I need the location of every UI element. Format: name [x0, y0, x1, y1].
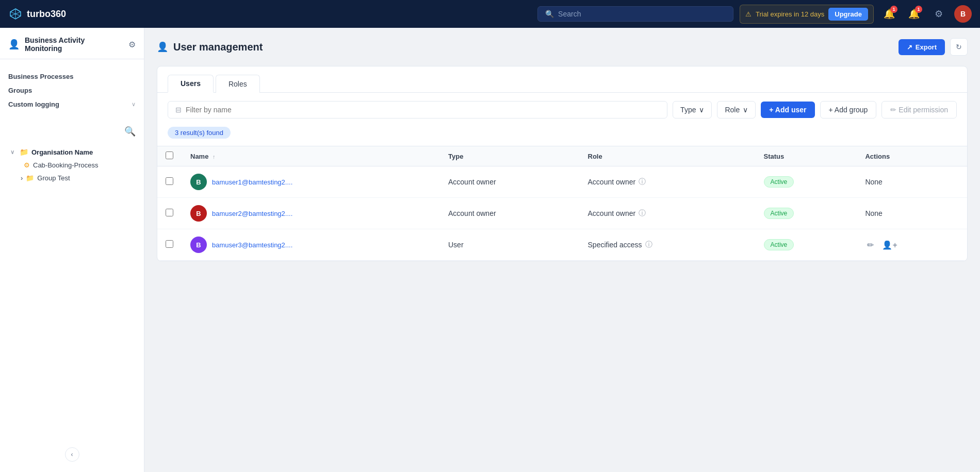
table-row: Bbamuser3@bamtesting2....UserSpecified a… [157, 229, 967, 261]
row-status-cell: Active [756, 198, 857, 229]
row-name-cell: Bbamuser1@bamtesting2.... [182, 166, 440, 198]
tab-roles[interactable]: Roles [216, 75, 260, 93]
refresh-button[interactable]: ↻ [950, 38, 968, 56]
sidebar-item-label-bp: Business Processes [8, 73, 73, 80]
sidebar-item-label-cl: Custom logging [8, 100, 59, 108]
row-checkbox-2[interactable] [166, 240, 173, 248]
user-email-link[interactable]: bamuser2@bamtesting2.... [212, 210, 292, 217]
chevron-down-icon: ∨ [132, 101, 136, 108]
search-icon: 🔍 [545, 10, 554, 18]
avatar: B [190, 174, 207, 190]
row-actions-cell: None [857, 198, 967, 229]
row-checkbox-cell [157, 229, 182, 261]
row-actions-cell: None [857, 166, 967, 198]
trial-banner: ⚠ Trial expires in 12 days Upgrade [740, 5, 874, 24]
sidebar-search-button[interactable]: 🔍 [124, 126, 136, 137]
tab-users[interactable]: Users [168, 75, 214, 93]
info-icon[interactable]: ⓘ [639, 177, 646, 187]
settings-button[interactable]: ⚙ [929, 5, 948, 23]
row-role-cell: Account ownerⓘ [580, 166, 756, 198]
table-header: Name ↑ Type Role Status [157, 146, 967, 166]
role-dropdown[interactable]: Role ∨ [717, 101, 756, 119]
add-to-group-button[interactable]: 👤+ [880, 239, 899, 251]
search-bar: 🔍 Search [537, 6, 733, 22]
table-row: Bbamuser1@bamtesting2....Account ownerAc… [157, 166, 967, 198]
tree-item-org[interactable]: ∨ 📁 Organisation Name [8, 145, 136, 159]
expand-icon-org: ∨ [10, 149, 17, 156]
user-email-link[interactable]: bamuser1@bamtesting2.... [212, 178, 292, 186]
role-label: Account owner [588, 209, 636, 217]
row-status-cell: Active [756, 166, 857, 198]
row-checkbox-1[interactable] [166, 209, 173, 216]
folder-icon-gt: 📁 [26, 174, 34, 182]
main-layout: 👤 Business Activity Monitoring ⚙ Busines… [0, 28, 980, 472]
sort-icon: ↑ [213, 154, 216, 160]
row-status-cell: Active [756, 229, 857, 261]
alerts-button[interactable]: 🔔 1 [880, 5, 899, 23]
alert-badge: 1 [890, 6, 897, 13]
table-body: Bbamuser1@bamtesting2....Account ownerAc… [157, 166, 967, 261]
info-icon[interactable]: ⓘ [639, 209, 646, 218]
results-badge: 3 result(s) found [168, 127, 231, 139]
type-dropdown[interactable]: Type ∨ [673, 101, 712, 119]
toolbar: ⊟ Type ∨ Role ∨ + Add user + Add group ✏… [157, 93, 967, 127]
role-label: Role [725, 106, 740, 114]
export-button[interactable]: ↗ Export [899, 39, 945, 55]
tree-gt-label: Group Test [37, 174, 70, 182]
table-header-role: Role [580, 146, 756, 166]
role-chevron-icon: ∨ [743, 106, 748, 114]
sidebar-item-business-processes[interactable]: Business Processes [8, 70, 136, 83]
add-group-button[interactable]: + Add group [820, 101, 877, 119]
sidebar-header: 👤 Business Activity Monitoring ⚙ [0, 28, 144, 59]
info-icon[interactable]: ⓘ [645, 240, 652, 249]
role-label: Specified access [588, 241, 642, 249]
user-management-icon: 👤 [157, 41, 168, 53]
sidebar-nav: Business Processes Groups Custom logging… [0, 59, 144, 122]
card-tabs: Users Roles [157, 66, 967, 93]
user-email-link[interactable]: bamuser3@bamtesting2.... [212, 241, 292, 249]
table-header-type: Type [440, 146, 580, 166]
app-name: turbo360 [27, 9, 66, 20]
page-title: User management [173, 41, 263, 53]
user-avatar-button[interactable]: B [954, 5, 972, 23]
export-label: Export [916, 43, 937, 51]
row-checkbox-cell [157, 166, 182, 198]
sidebar-item-groups[interactable]: Groups [8, 83, 136, 97]
add-user-button[interactable]: + Add user [761, 102, 814, 118]
avatar: B [190, 237, 207, 253]
filter-by-name-input[interactable] [186, 106, 660, 114]
users-table-wrapper: Name ↑ Type Role Status [157, 146, 967, 261]
row-checkbox-cell [157, 198, 182, 229]
expand-icon-gt: › [21, 174, 23, 182]
row-role-cell: Account ownerⓘ [580, 198, 756, 229]
status-badge: Active [764, 176, 794, 188]
select-all-checkbox[interactable] [166, 151, 173, 159]
tree-item-cab-booking[interactable]: ⚙ Cab-Booking-Process [8, 159, 136, 172]
warning-icon: ⚠ [745, 10, 752, 18]
table-header-name[interactable]: Name ↑ [182, 146, 440, 166]
edit-user-button[interactable]: ✏ [865, 239, 876, 251]
row-checkbox-0[interactable] [166, 177, 173, 185]
folder-icon-org: 📁 [20, 148, 28, 156]
row-type-cell: Account owner [440, 166, 580, 198]
process-icon-cb: ⚙ [24, 161, 30, 169]
sidebar-item-custom-logging[interactable]: Custom logging ∨ [8, 97, 136, 111]
tree-item-group-test[interactable]: › 📁 Group Test [8, 172, 136, 184]
sidebar-nav-section: Business Processes Groups Custom logging… [0, 65, 144, 115]
tree-org-label: Organisation Name [31, 148, 93, 156]
sidebar-settings-button[interactable]: ⚙ [128, 40, 136, 49]
upgrade-button[interactable]: Upgrade [828, 8, 868, 21]
search-placeholder: Search [558, 10, 581, 18]
status-badge: Active [764, 208, 794, 219]
sidebar-title: Business Activity Monitoring [25, 36, 123, 53]
tree-cb-label: Cab-Booking-Process [33, 161, 98, 169]
user-management-card: Users Roles ⊟ Type ∨ Role ∨ + Add user [157, 66, 968, 261]
row-role-cell: Specified accessⓘ [580, 229, 756, 261]
role-label: Account owner [588, 178, 636, 186]
notifications-button[interactable]: 🔔 1 [905, 5, 923, 23]
table-header-actions: Actions [857, 146, 967, 166]
edit-permission-button[interactable]: ✏ Edit permission [881, 101, 957, 119]
sidebar-collapse-button[interactable]: ‹ [65, 447, 79, 462]
type-label: Type [680, 106, 696, 114]
table-header-status: Status [756, 146, 857, 166]
